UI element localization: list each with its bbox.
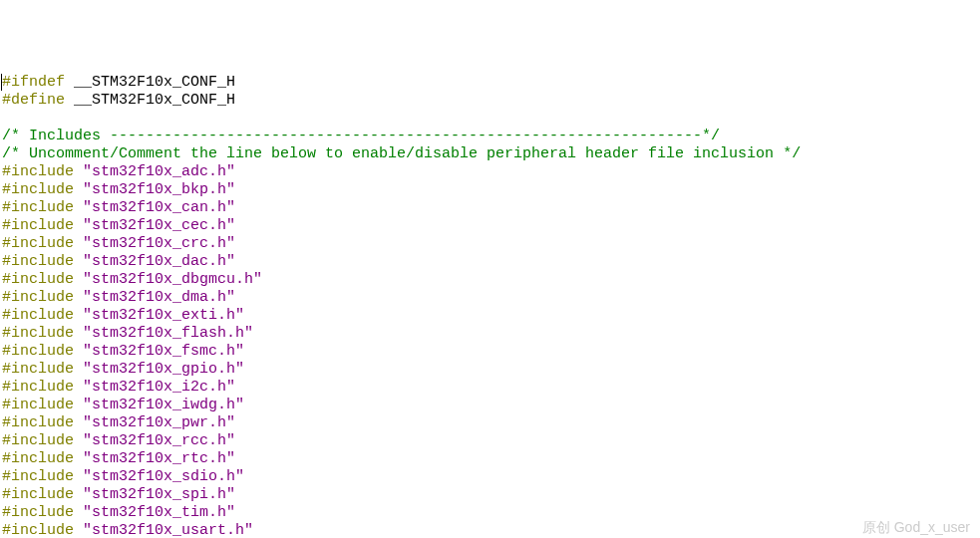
code-line: #include "stm32f10x_iwdg.h" bbox=[2, 397, 978, 414]
code-line: /* Includes ----------------------------… bbox=[2, 128, 978, 145]
code-token: #include bbox=[2, 307, 74, 324]
code-token: "stm32f10x_fsmc.h" bbox=[74, 343, 244, 360]
code-token: "stm32f10x_rtc.h" bbox=[74, 450, 235, 467]
code-line: #include "stm32f10x_bkp.h" bbox=[2, 181, 978, 199]
code-token: "stm32f10x_iwdg.h" bbox=[74, 397, 244, 413]
code-line: #include "stm32f10x_rtc.h" bbox=[2, 450, 978, 468]
code-token: "stm32f10x_cec.h" bbox=[74, 217, 235, 234]
code-token: #include bbox=[2, 522, 74, 538]
code-token: #include bbox=[2, 253, 74, 270]
code-token: #include bbox=[2, 181, 74, 198]
code-token: "stm32f10x_pwr.h" bbox=[74, 414, 235, 431]
code-token: #ifndef bbox=[2, 74, 65, 91]
code-line: #include "stm32f10x_pwr.h" bbox=[2, 414, 978, 432]
code-token: #include bbox=[2, 217, 74, 234]
code-token: #include bbox=[2, 235, 74, 252]
code-token: "stm32f10x_flash.h" bbox=[74, 325, 253, 342]
code-token: "stm32f10x_gpio.h" bbox=[74, 361, 244, 378]
code-line: #include "stm32f10x_tim.h" bbox=[2, 504, 978, 522]
code-token: "stm32f10x_bkp.h" bbox=[74, 181, 235, 198]
code-line: #include "stm32f10x_dma.h" bbox=[2, 289, 978, 307]
code-token bbox=[2, 110, 11, 127]
watermark-text: 原创 God_x_user bbox=[862, 518, 970, 536]
code-token: #include bbox=[2, 289, 74, 306]
code-token: #include bbox=[2, 397, 74, 413]
code-token: "stm32f10x_dac.h" bbox=[74, 253, 235, 270]
code-line bbox=[2, 110, 978, 128]
code-token: "stm32f10x_tim.h" bbox=[74, 504, 235, 521]
code-line: #ifndef __STM32F10x_CONF_H bbox=[2, 74, 978, 92]
code-token: #include bbox=[2, 468, 74, 485]
code-token: #include bbox=[2, 432, 74, 449]
code-token: #include bbox=[2, 199, 74, 216]
code-line: #include "stm32f10x_cec.h" bbox=[2, 217, 978, 235]
code-line: /* Uncomment/Comment the line below to e… bbox=[2, 145, 978, 163]
code-token: /* Includes ----------------------------… bbox=[2, 128, 720, 144]
code-line: #include "stm32f10x_usart.h" bbox=[2, 522, 978, 538]
code-token: "stm32f10x_crc.h" bbox=[74, 235, 235, 252]
code-token: #include bbox=[2, 450, 74, 467]
code-token: "stm32f10x_dma.h" bbox=[74, 289, 235, 306]
code-token: #include bbox=[2, 486, 74, 503]
code-token: "stm32f10x_exti.h" bbox=[74, 307, 244, 324]
code-token: "stm32f10x_can.h" bbox=[74, 199, 235, 216]
code-token: "stm32f10x_spi.h" bbox=[74, 486, 235, 503]
code-token: #include bbox=[2, 163, 74, 180]
code-line: #include "stm32f10x_can.h" bbox=[2, 199, 978, 217]
code-token: __STM32F10x_CONF_H bbox=[65, 92, 235, 109]
code-line: #include "stm32f10x_dbgmcu.h" bbox=[2, 271, 978, 289]
code-line: #include "stm32f10x_crc.h" bbox=[2, 235, 978, 253]
code-token: "stm32f10x_rcc.h" bbox=[74, 432, 235, 449]
code-line: #include "stm32f10x_gpio.h" bbox=[2, 361, 978, 379]
code-line: #include "stm32f10x_flash.h" bbox=[2, 325, 978, 343]
code-line: #include "stm32f10x_sdio.h" bbox=[2, 468, 978, 486]
code-token: "stm32f10x_usart.h" bbox=[74, 522, 253, 538]
code-line: #include "stm32f10x_i2c.h" bbox=[2, 379, 978, 397]
code-token: #define bbox=[2, 92, 65, 109]
code-token: #include bbox=[2, 325, 74, 342]
code-token: "stm32f10x_i2c.h" bbox=[74, 379, 235, 396]
code-line: #include "stm32f10x_dac.h" bbox=[2, 253, 978, 271]
code-token: /* Uncomment/Comment the line below to e… bbox=[2, 145, 801, 162]
code-block: #ifndef __STM32F10x_CONF_H#define __STM3… bbox=[2, 74, 978, 538]
code-token: #include bbox=[2, 361, 74, 378]
code-line: #define __STM32F10x_CONF_H bbox=[2, 92, 978, 110]
code-line: #include "stm32f10x_adc.h" bbox=[2, 163, 978, 181]
code-token: __STM32F10x_CONF_H bbox=[65, 74, 235, 91]
code-line: #include "stm32f10x_spi.h" bbox=[2, 486, 978, 504]
code-token: "stm32f10x_dbgmcu.h" bbox=[74, 271, 262, 288]
code-line: #include "stm32f10x_exti.h" bbox=[2, 307, 978, 325]
code-token: #include bbox=[2, 343, 74, 360]
code-token: "stm32f10x_adc.h" bbox=[74, 163, 235, 180]
code-token: #include bbox=[2, 504, 74, 521]
code-token: #include bbox=[2, 379, 74, 396]
code-token: #include bbox=[2, 271, 74, 288]
code-line: #include "stm32f10x_rcc.h" bbox=[2, 432, 978, 450]
code-token: "stm32f10x_sdio.h" bbox=[74, 468, 244, 485]
code-line: #include "stm32f10x_fsmc.h" bbox=[2, 343, 978, 361]
code-token: #include bbox=[2, 414, 74, 431]
